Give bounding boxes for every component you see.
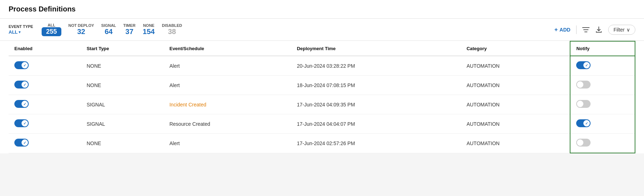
check-icon: ✓ — [23, 63, 26, 67]
page-title: Process Definitions — [9, 5, 635, 13]
cell-event-schedule-3: Resource Created — [164, 114, 291, 134]
cell-notify-1 — [570, 76, 635, 95]
event-type-chevron: ▾ — [19, 30, 20, 34]
toggle-enabled-3[interactable]: ✓ — [14, 119, 29, 127]
table-header-row: EnabledStart TypeEvent/ScheduleDeploymen… — [9, 41, 635, 56]
cell-deployment-time-0: 20-Jun-2024 03:28:22 PM — [291, 56, 461, 76]
filter-tab-label: ALL — [48, 23, 55, 27]
event-type-value[interactable]: ALL ▾ — [9, 29, 33, 35]
add-button[interactable]: + ADD — [554, 27, 570, 33]
cell-event-schedule-1: Alert — [164, 76, 291, 95]
table-row: ✓ NONEAlert18-Jun-2024 07:08:15 PMAUTOMA… — [9, 76, 635, 95]
cell-category-3: AUTOMATION — [461, 114, 570, 134]
cell-event-schedule-4: Alert — [164, 134, 291, 153]
filter-tab-disabled[interactable]: DISABLED38 — [162, 23, 182, 36]
cell-start-type-4: NONE — [81, 134, 164, 153]
cell-start-type-2: SIGNAL — [81, 95, 164, 114]
filter-tab-count: 64 — [105, 28, 113, 36]
toggle-notify-4[interactable] — [576, 139, 591, 147]
list-filter-icon[interactable] — [582, 27, 589, 33]
filter-tab-none[interactable]: NONE154 — [143, 23, 155, 36]
toggle-notify-3[interactable]: ✓ — [576, 119, 591, 127]
check-icon: ✓ — [585, 63, 588, 67]
toggle-enabled-4[interactable]: ✓ — [14, 139, 29, 147]
toggle-notify-1[interactable] — [576, 81, 591, 89]
filter-tab-count: 255 — [42, 27, 61, 36]
toggle-enabled-0[interactable]: ✓ — [14, 61, 29, 69]
filter-tab-count: 37 — [126, 28, 133, 36]
toolbar-divider — [576, 25, 577, 34]
toolbar-right: + ADD Filter ∨ — [554, 25, 635, 35]
filter-tab-label: DISABLED — [162, 23, 182, 28]
table-row: ✓ SIGNALResource Created17-Jun-2024 04:0… — [9, 114, 635, 134]
cell-deployment-time-2: 17-Jun-2024 04:09:35 PM — [291, 95, 461, 114]
cell-event-schedule-2[interactable]: Incident Created — [164, 95, 291, 114]
filter-tab-count: 154 — [143, 28, 155, 36]
col-header-notify: Notify — [570, 41, 635, 56]
cell-category-0: AUTOMATION — [461, 56, 570, 76]
table-container: EnabledStart TypeEvent/ScheduleDeploymen… — [0, 41, 644, 153]
page-wrapper: Process Definitions EVENT TYPE ALL ▾ ALL… — [0, 0, 644, 196]
event-type-filter: EVENT TYPE ALL ▾ — [9, 24, 33, 35]
cell-notify-2 — [570, 95, 635, 114]
filter-tab-label: NOT DEPLOY — [69, 23, 94, 28]
col-header-deployment_time: Deployment Time — [291, 41, 461, 56]
cell-category-4: AUTOMATION — [461, 134, 570, 153]
filter-tab-timer[interactable]: TIMER37 — [123, 23, 136, 36]
cell-notify-3: ✓ — [570, 114, 635, 134]
cell-start-type-0: NONE — [81, 56, 164, 76]
cell-start-type-1: NONE — [81, 76, 164, 95]
check-icon: ✓ — [23, 102, 26, 106]
check-icon: ✓ — [23, 121, 26, 125]
check-icon: ✓ — [23, 141, 26, 145]
filter-tab-count: 32 — [77, 28, 85, 36]
filter-tab-all[interactable]: ALL255 — [42, 23, 61, 36]
filter-tabs: ALL255NOT DEPLOY32SIGNAL64TIMER37NONE154… — [42, 23, 182, 36]
page-header: Process Definitions — [0, 0, 644, 19]
plus-icon: + — [554, 27, 558, 33]
cell-enabled-3: ✓ — [9, 114, 81, 134]
check-icon: ✓ — [585, 121, 588, 125]
filter-button[interactable]: Filter ∨ — [608, 25, 635, 35]
table-body: ✓ NONEAlert20-Jun-2024 03:28:22 PMAUTOMA… — [9, 56, 635, 153]
toggle-enabled-2[interactable]: ✓ — [14, 100, 29, 108]
col-header-enabled: Enabled — [9, 41, 81, 56]
filter-tab-label: TIMER — [123, 23, 136, 28]
toggle-enabled-1[interactable]: ✓ — [14, 81, 29, 89]
check-icon: ✓ — [23, 83, 26, 87]
filter-tab-count: 38 — [168, 28, 176, 36]
cell-deployment-time-4: 17-Jun-2024 02:57:26 PM — [291, 134, 461, 153]
cell-enabled-1: ✓ — [9, 76, 81, 95]
col-header-category: Category — [461, 41, 570, 56]
cell-deployment-time-3: 17-Jun-2024 04:04:07 PM — [291, 114, 461, 134]
cell-event-schedule-0: Alert — [164, 56, 291, 76]
col-header-event_schedule: Event/Schedule — [164, 41, 291, 56]
filter-tab-label: NONE — [143, 23, 155, 28]
filter-tab-label: SIGNAL — [101, 23, 116, 28]
event-type-label: EVENT TYPE — [9, 24, 33, 29]
toolbar: EVENT TYPE ALL ▾ ALL255NOT DEPLOY32SIGNA… — [0, 19, 644, 41]
filter-tab-not-deploy[interactable]: NOT DEPLOY32 — [69, 23, 94, 36]
table-row: ✓ NONEAlert20-Jun-2024 03:28:22 PMAUTOMA… — [9, 56, 635, 76]
cell-deployment-time-1: 18-Jun-2024 07:08:15 PM — [291, 76, 461, 95]
filter-tab-signal[interactable]: SIGNAL64 — [101, 23, 116, 36]
cell-notify-0: ✓ — [570, 56, 635, 76]
cell-notify-4 — [570, 134, 635, 153]
cell-category-1: AUTOMATION — [461, 76, 570, 95]
data-table: EnabledStart TypeEvent/ScheduleDeploymen… — [9, 41, 635, 153]
download-icon[interactable] — [595, 26, 602, 33]
cell-enabled-0: ✓ — [9, 56, 81, 76]
cell-enabled-4: ✓ — [9, 134, 81, 153]
cell-category-2: AUTOMATION — [461, 95, 570, 114]
table-row: ✓ SIGNALIncident Created17-Jun-2024 04:0… — [9, 95, 635, 114]
col-header-start_type: Start Type — [81, 41, 164, 56]
filter-chevron-icon: ∨ — [626, 27, 630, 33]
table-row: ✓ NONEAlert17-Jun-2024 02:57:26 PMAUTOMA… — [9, 134, 635, 153]
toggle-notify-2[interactable] — [576, 100, 591, 108]
cell-start-type-3: SIGNAL — [81, 114, 164, 134]
table-header: EnabledStart TypeEvent/ScheduleDeploymen… — [9, 41, 635, 56]
toggle-notify-0[interactable]: ✓ — [576, 61, 591, 69]
cell-enabled-2: ✓ — [9, 95, 81, 114]
